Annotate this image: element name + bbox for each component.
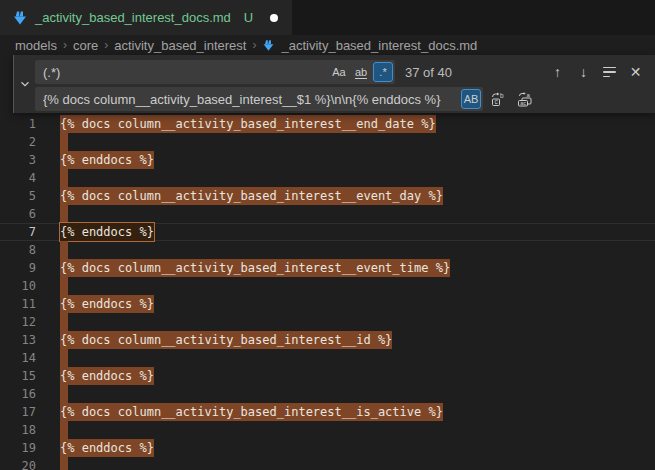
empty-match-highlight[interactable] [60, 241, 68, 259]
empty-match-highlight[interactable] [60, 133, 68, 151]
replace-icon: b c [490, 91, 506, 107]
line-number: 7 [0, 223, 36, 241]
line-text[interactable]: {% enddocs %} [60, 295, 154, 313]
tab-activity-based-interest-docs[interactable]: _activity_based_interest_docs.md U [0, 0, 292, 35]
chevron-down-icon [18, 77, 32, 91]
editor-line[interactable]: 6 [0, 205, 655, 223]
empty-match-highlight[interactable] [60, 313, 68, 331]
empty-match-highlight[interactable] [60, 457, 68, 470]
editor-line[interactable]: 3{% enddocs %} [0, 151, 655, 169]
line-number: 15 [0, 367, 36, 385]
editor-line[interactable]: 19{% enddocs %} [0, 439, 655, 457]
replace-all-button[interactable]: a ac [513, 88, 535, 110]
svg-text:ac: ac [520, 100, 526, 106]
empty-match-highlight[interactable] [60, 277, 68, 295]
replace-row: AB b c [35, 87, 651, 111]
breadcrumb-item-core[interactable]: core [73, 38, 98, 53]
editor-line[interactable]: 4 [0, 169, 655, 187]
line-number: 14 [0, 349, 36, 367]
match-case-toggle[interactable]: Aa [329, 62, 349, 82]
line-number: 16 [0, 385, 36, 403]
toggle-replace-button[interactable] [14, 55, 35, 113]
editor-line[interactable]: 18 [0, 421, 655, 439]
line-text[interactable]: {% docs column__activity_based_interest_… [60, 403, 443, 421]
whole-word-label: ab [355, 66, 367, 79]
find-in-selection-button[interactable] [599, 62, 620, 83]
git-status-badge: U [244, 10, 253, 25]
line-number: 11 [0, 295, 36, 313]
line-number: 6 [0, 205, 36, 223]
markdown-file-icon [262, 39, 275, 52]
svg-text:b: b [500, 92, 504, 99]
svg-text:a: a [526, 92, 530, 98]
line-text[interactable]: {% docs column__activity_based_interest_… [60, 115, 436, 133]
breadcrumb-item-models[interactable]: models [15, 38, 57, 53]
line-number: 17 [0, 403, 36, 421]
line-number: 3 [0, 151, 36, 169]
preserve-case-toggle[interactable]: AB [461, 89, 481, 109]
editor-line[interactable]: 7{% enddocs %} [0, 223, 655, 241]
editor-line[interactable]: 17{% docs column__activity_based_interes… [0, 403, 655, 421]
markdown-file-icon [12, 10, 28, 26]
line-number: 20 [0, 457, 36, 470]
line-number: 5 [0, 187, 36, 205]
line-number: 4 [0, 169, 36, 187]
editor-line[interactable]: 1{% docs column__activity_based_interest… [0, 115, 655, 133]
editor-line[interactable]: 13{% docs column__activity_based_interes… [0, 331, 655, 349]
line-text[interactable]: {% docs column__activity_based_interest_… [60, 187, 443, 205]
editor-line[interactable]: 10 [0, 277, 655, 295]
replace-input[interactable] [35, 87, 461, 111]
editor-line[interactable]: 11{% enddocs %} [0, 295, 655, 313]
unsaved-changes-dot-icon[interactable] [270, 14, 278, 22]
whole-word-toggle[interactable]: ab [351, 62, 371, 82]
empty-match-highlight[interactable] [60, 205, 68, 223]
line-number: 8 [0, 241, 36, 259]
editor-line[interactable]: 15{% enddocs %} [0, 367, 655, 385]
editor-line[interactable]: 14 [0, 349, 655, 367]
find-input-box: Aa ab .* [35, 60, 395, 84]
regex-toggle[interactable]: .* [373, 62, 393, 82]
breadcrumb-item-file[interactable]: _activity_based_interest_docs.md [281, 38, 477, 53]
line-number: 19 [0, 439, 36, 457]
line-number: 1 [0, 115, 36, 133]
line-number: 10 [0, 277, 36, 295]
editor-lines: 1{% docs column__activity_based_interest… [0, 115, 655, 470]
line-number: 13 [0, 331, 36, 349]
empty-match-highlight[interactable] [60, 349, 68, 367]
line-text[interactable]: {% enddocs %} [60, 223, 154, 241]
editor-line[interactable]: 12 [0, 313, 655, 331]
breadcrumb-separator-icon: › [252, 38, 256, 52]
line-number: 12 [0, 313, 36, 331]
line-text[interactable]: {% enddocs %} [60, 367, 154, 385]
breadcrumb-separator-icon: › [104, 38, 108, 52]
replace-button[interactable]: b c [487, 88, 509, 110]
editor-line[interactable]: 5{% docs column__activity_based_interest… [0, 187, 655, 205]
line-text[interactable]: {% docs column__activity_based_interest_… [60, 331, 392, 349]
match-counter: 37 of 40 [405, 65, 452, 80]
find-in-selection-icon [603, 67, 616, 77]
empty-match-highlight[interactable] [60, 385, 68, 403]
replace-all-icon: a ac [516, 91, 533, 107]
editor-line[interactable]: 8 [0, 241, 655, 259]
line-number: 2 [0, 133, 36, 151]
vscode-window: _activity_based_interest_docs.md U model… [0, 0, 655, 470]
breadcrumb-item-activity-based-interest[interactable]: activity_based_interest [114, 38, 246, 53]
line-text[interactable]: {% enddocs %} [60, 151, 154, 169]
find-widget-rows: Aa ab .* 37 of 40 ↑ ↓ ✕ [35, 55, 655, 113]
close-find-widget-button[interactable]: ✕ [625, 62, 646, 83]
empty-match-highlight[interactable] [60, 421, 68, 439]
find-row: Aa ab .* 37 of 40 ↑ ↓ ✕ [35, 60, 651, 84]
line-text[interactable]: {% docs column__activity_based_interest_… [60, 259, 450, 277]
find-input[interactable] [35, 60, 329, 84]
editor-pane[interactable]: 1{% docs column__activity_based_interest… [0, 55, 655, 470]
editor-line[interactable]: 20 [0, 457, 655, 470]
empty-match-highlight[interactable] [60, 169, 68, 187]
previous-match-button[interactable]: ↑ [547, 62, 568, 83]
line-text[interactable]: {% enddocs %} [60, 439, 154, 457]
editor-line[interactable]: 2 [0, 133, 655, 151]
tab-filename: _activity_based_interest_docs.md [35, 10, 231, 25]
editor-line[interactable]: 9{% docs column__activity_based_interest… [0, 259, 655, 277]
editor-line[interactable]: 16 [0, 385, 655, 403]
breadcrumb-separator-icon: › [63, 38, 67, 52]
next-match-button[interactable]: ↓ [573, 62, 594, 83]
